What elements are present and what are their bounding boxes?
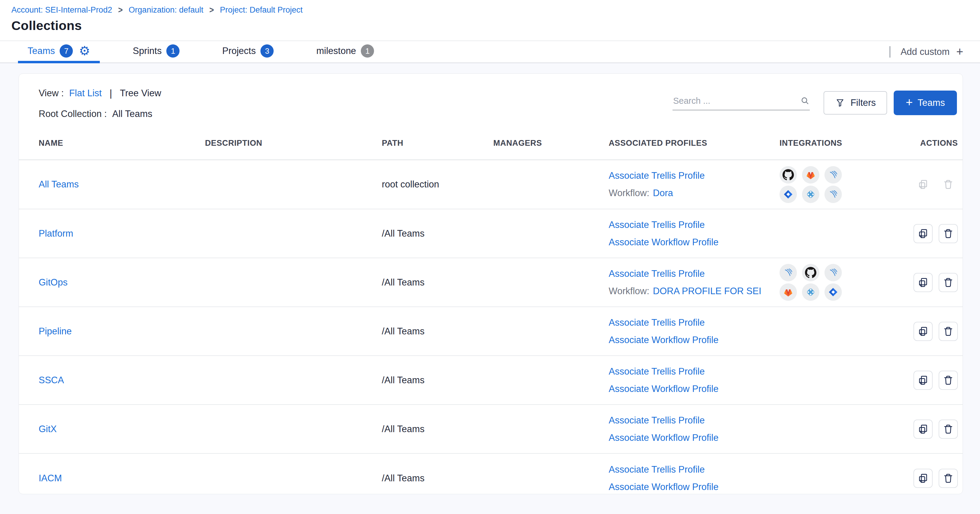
github-icon[interactable] (780, 166, 797, 184)
add-custom-button[interactable]: Add custom + (890, 45, 980, 59)
path-cell: /All Teams (382, 228, 424, 239)
associate-trellis-link[interactable]: Associate Trellis Profile (609, 220, 780, 230)
copy-icon (917, 277, 929, 288)
associate-workflow-link[interactable]: Associate Workflow Profile (609, 383, 780, 394)
associate-trellis-link[interactable]: Associate Trellis Profile (609, 415, 780, 426)
table-row-platform: Platform /All Teams Associate Trellis Pr… (19, 209, 963, 258)
add-teams-button[interactable]: + Teams (894, 91, 957, 115)
breadcrumb: Account: SEI-Internal-Prod2 > Organizati… (11, 5, 980, 15)
clone-button[interactable] (913, 371, 933, 390)
header-actions: ACTIONS (920, 139, 958, 148)
search-icon (800, 96, 810, 105)
collection-name-link[interactable]: Pipeline (39, 326, 72, 337)
delete-button[interactable] (939, 322, 958, 341)
plus-icon: + (956, 45, 963, 59)
diamond-grid-icon[interactable] (802, 283, 819, 301)
gitlab-icon[interactable] (802, 166, 819, 184)
collections-card: View : Flat List | Tree View Root Collec… (19, 73, 963, 494)
tab-sprints[interactable]: Sprints 1 (123, 41, 189, 63)
controls-strip: View : Flat List | Tree View Root Collec… (19, 74, 963, 126)
gitlab-icon[interactable] (780, 283, 797, 301)
sonar-arcs-icon[interactable] (824, 264, 842, 281)
path-cell: /All Teams (382, 326, 424, 337)
associate-trellis-link[interactable]: Associate Trellis Profile (609, 366, 780, 377)
diamond-grid-icon[interactable] (802, 186, 819, 203)
flat-list-option[interactable]: Flat List (69, 88, 102, 99)
root-collection-value: All Teams (112, 109, 152, 119)
jira-icon[interactable] (780, 186, 797, 203)
trash-icon (943, 228, 954, 239)
tab-milestone[interactable]: milestone 1 (307, 41, 383, 63)
sonar-arcs-icon[interactable] (824, 166, 842, 184)
search-input[interactable] (673, 96, 800, 106)
delete-button[interactable] (939, 420, 958, 439)
workflow-profile-link[interactable]: Dora (653, 188, 673, 198)
milestone-count-badge: 1 (361, 45, 374, 57)
github-icon[interactable] (802, 264, 819, 281)
associate-workflow-link[interactable]: Associate Workflow Profile (609, 482, 780, 492)
collection-name-link[interactable]: All Teams (39, 179, 79, 190)
tree-view-option[interactable]: Tree View (120, 88, 161, 99)
trash-icon (943, 423, 954, 435)
breadcrumb-organization-link[interactable]: Organization: default (129, 5, 203, 15)
collection-name-link[interactable]: GitX (39, 424, 57, 434)
header-name: NAME (39, 139, 205, 148)
sonar-arcs-icon[interactable] (780, 264, 797, 281)
tab-projects[interactable]: Projects 3 (213, 41, 283, 63)
tab-teams-label: Teams (27, 46, 55, 56)
collection-name-link[interactable]: GitOps (39, 277, 67, 287)
associate-workflow-link[interactable]: Associate Workflow Profile (609, 433, 780, 443)
copy-icon (917, 375, 929, 386)
add-teams-label: Teams (918, 97, 945, 108)
view-divider: | (107, 88, 115, 99)
associate-trellis-link[interactable]: Associate Trellis Profile (609, 464, 780, 475)
search-box (673, 96, 810, 110)
clone-button[interactable] (913, 224, 933, 243)
delete-button[interactable] (939, 371, 958, 390)
clone-button[interactable] (913, 322, 933, 341)
breadcrumb-chevron-icon: > (208, 5, 215, 16)
tab-teams[interactable]: Teams 7 ⚙ (18, 41, 100, 63)
sprints-count-badge: 1 (166, 45, 180, 57)
copy-icon (917, 423, 929, 435)
copy-icon (917, 472, 929, 484)
associate-trellis-link[interactable]: Associate Trellis Profile (609, 268, 780, 279)
plus-icon: + (906, 96, 913, 109)
tab-projects-label: Projects (222, 46, 256, 56)
collection-name-link[interactable]: IACM (39, 473, 62, 484)
delete-button[interactable] (939, 273, 958, 292)
jira-icon[interactable] (824, 283, 842, 301)
associate-workflow-link[interactable]: Associate Workflow Profile (609, 237, 780, 248)
path-cell: /All Teams (382, 277, 424, 287)
clone-button[interactable] (913, 469, 933, 488)
filters-button[interactable]: Filters (824, 91, 887, 115)
copy-icon (917, 326, 929, 337)
copy-icon (917, 179, 929, 190)
associate-workflow-link[interactable]: Associate Workflow Profile (609, 335, 780, 345)
associate-trellis-link[interactable]: Associate Trellis Profile (609, 170, 780, 181)
copy-icon (917, 228, 929, 239)
header-path: PATH (382, 139, 493, 148)
breadcrumb-project-link[interactable]: Project: Default Project (220, 5, 303, 15)
header-integrations: INTEGRATIONS (780, 139, 899, 148)
gear-icon[interactable]: ⚙ (79, 45, 90, 57)
collection-name-link[interactable]: SSCA (39, 375, 64, 385)
table-row-ssca: SSCA /All Teams Associate Trellis Profil… (19, 356, 963, 405)
header-description: DESCRIPTION (205, 139, 382, 148)
page-title: Collections (11, 18, 980, 33)
path-cell: /All Teams (382, 375, 424, 385)
tab-bar: Teams 7 ⚙ Sprints 1 Projects 3 milestone… (0, 41, 980, 63)
collection-name-link[interactable]: Platform (39, 228, 73, 239)
delete-button[interactable] (939, 469, 958, 488)
associate-trellis-link[interactable]: Associate Trellis Profile (609, 317, 780, 328)
breadcrumb-account-link[interactable]: Account: SEI-Internal-Prod2 (11, 5, 112, 15)
path-cell: /All Teams (382, 424, 424, 434)
clone-button[interactable] (913, 420, 933, 439)
path-cell: /All Teams (382, 473, 424, 484)
clone-button[interactable] (913, 273, 933, 292)
sonar-arcs-icon[interactable] (824, 186, 842, 203)
workflow-profile-link[interactable]: DORA PROFILE FOR SEI (653, 286, 762, 297)
delete-button[interactable] (939, 224, 958, 243)
integrations-cell (780, 264, 843, 301)
table-row-gitx: GitX /All Teams Associate Trellis Profil… (19, 405, 963, 454)
